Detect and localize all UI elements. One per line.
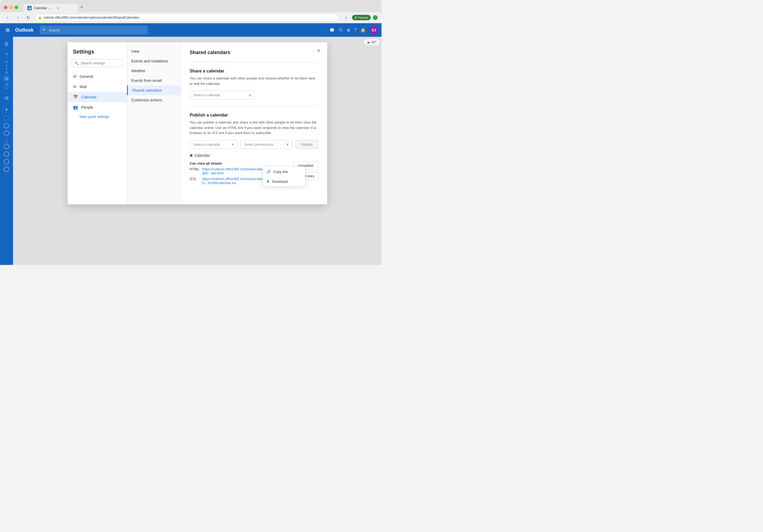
settings-left-nav: Settings 🔍 ⚙ General ✉ Mail xyxy=(67,42,127,204)
sidebar-circle-3 xyxy=(4,144,9,149)
calendar-item-name: Calendar xyxy=(195,153,210,158)
settings-title: Settings xyxy=(67,49,127,59)
header-search-box[interactable]: 🔍 Search xyxy=(40,26,148,34)
mail-icon: ✉ xyxy=(73,84,76,89)
weather-icon: ☁ xyxy=(367,40,370,44)
publish-calendar-desc: You can publish a calendar and share a l… xyxy=(190,120,318,136)
sidebar-collapse-2[interactable]: ∨ xyxy=(2,104,11,114)
html-label: HTML: xyxy=(190,167,201,171)
tab-title: Calendar - ... xyxy=(34,6,53,10)
sidebar-view-toggle[interactable]: ⊟ xyxy=(2,93,11,103)
middle-nav-customize-actions[interactable]: Customize actions xyxy=(127,95,181,105)
sidebar-circle-6 xyxy=(4,166,9,172)
header-search-icon: 🔍 xyxy=(42,28,47,32)
publish-button[interactable]: Publish xyxy=(295,140,318,149)
share-calendar-select[interactable]: Select a calendar ∨ xyxy=(190,91,255,99)
ics-label: ICS: xyxy=(190,177,201,181)
tab-close-button[interactable]: × xyxy=(57,6,59,10)
outlook-sidebar: ☰ ∨ S 1 8 15 22 29 5 ⊟ ∨ ✓ ∨ xyxy=(0,37,13,265)
avatar[interactable]: EJ xyxy=(370,26,378,34)
tab-bar: 📅 Calendar - ... × + xyxy=(24,3,86,12)
minimize-window-button[interactable] xyxy=(9,6,13,9)
calendar-area: ☁ 40° Settings 🔍 ⚙ General xyxy=(13,37,382,265)
context-menu: 🔗 Copy link ⬇ Download xyxy=(262,166,305,186)
general-icon: ⚙ xyxy=(73,74,76,79)
people-icon: 👥 xyxy=(73,105,78,110)
publish-permissions-select[interactable]: Select permissions ∨ xyxy=(241,140,292,149)
browser-titlebar: 📅 Calendar - ... × + xyxy=(0,0,382,12)
today-date: 22 xyxy=(3,75,10,82)
settings-nav-general[interactable]: ⚙ General xyxy=(67,71,127,82)
publish-calendar-select[interactable]: Select a calendar ∨ xyxy=(190,140,238,149)
back-button[interactable]: ‹ xyxy=(4,14,11,21)
settings-search-input[interactable] xyxy=(81,61,120,65)
download-label: Download xyxy=(272,179,288,183)
waffle-menu-button[interactable]: ⊞ xyxy=(3,26,12,34)
browser-tab-active[interactable]: 📅 Calendar - ... × xyxy=(24,4,78,12)
help-icon[interactable]: ? xyxy=(354,28,357,33)
calendar-dot xyxy=(190,154,192,157)
context-menu-copy-link[interactable]: 🔗 Copy link xyxy=(263,167,305,176)
chat-icon[interactable]: 💬 xyxy=(329,28,335,33)
header-icons: 💬 🗨 ⚙ ? 🔔 EJ xyxy=(329,26,378,34)
sidebar-hamburger[interactable]: ☰ xyxy=(2,39,11,49)
sidebar-circle-4 xyxy=(4,152,9,157)
paused-label: Paused xyxy=(358,16,368,19)
settings-close-button[interactable]: × xyxy=(315,47,323,54)
publish-calendar-chevron: ∨ xyxy=(231,143,234,146)
notifications-icon[interactable]: 🔔 xyxy=(361,28,366,33)
new-tab-button[interactable]: + xyxy=(78,3,86,12)
weather-temp: 40° xyxy=(371,40,377,44)
traffic-lights xyxy=(4,6,18,9)
settings-content: × Shared calendars Share a calendar You … xyxy=(181,42,327,204)
settings-search-box[interactable]: 🔍 xyxy=(71,59,123,67)
context-menu-download[interactable]: ⬇ Download xyxy=(263,176,305,186)
close-window-button[interactable] xyxy=(4,6,7,9)
share-calendar-chevron: ∨ xyxy=(249,93,251,97)
middle-nav-weather[interactable]: Weather xyxy=(127,66,181,76)
extension-icon[interactable] xyxy=(373,15,378,20)
settings-nav-people[interactable]: 👥 People xyxy=(67,102,127,112)
divider-top xyxy=(190,62,318,62)
sidebar-collapse[interactable]: ∨ xyxy=(2,49,11,59)
calendar-item: Calendar xyxy=(190,153,318,158)
share-calendar-desc: You can share a calendar with other peop… xyxy=(190,76,318,86)
settings-content-title: Shared calendars xyxy=(190,50,318,55)
address-bar[interactable]: 🔒 outlook.office365.com/calendar/options… xyxy=(35,14,340,21)
settings-nav-mail[interactable]: ✉ Mail xyxy=(67,82,127,92)
maximize-window-button[interactable] xyxy=(15,6,18,9)
browser-action-1[interactable]: ☆ xyxy=(342,14,350,21)
outlook-logo: Outlook xyxy=(15,27,34,33)
middle-nav-shared-calendars[interactable]: Shared calendars xyxy=(127,85,181,95)
reload-button[interactable]: ↻ xyxy=(24,14,32,21)
paused-button[interactable]: E Paused xyxy=(352,15,371,20)
toolbar-actions: ☆ E Paused xyxy=(342,14,378,21)
avatar-e: E xyxy=(355,16,357,19)
modal-overlay: Settings 🔍 ⚙ General ✉ Mail xyxy=(13,37,382,265)
settings-modal: Settings 🔍 ⚙ General ✉ Mail xyxy=(67,42,327,204)
middle-nav-events-email[interactable]: Events from email xyxy=(127,76,181,85)
tab-favicon: 📅 xyxy=(27,6,32,10)
middle-nav-view[interactable]: View xyxy=(127,47,181,56)
copy-link-label: Copy link xyxy=(273,170,288,174)
share-calendar-title: Share a calendar xyxy=(190,69,318,73)
settings-icon[interactable]: ⚙ xyxy=(347,28,350,33)
middle-nav-events-invitations[interactable]: Events and invitations xyxy=(127,56,181,66)
share-calendar-select-text: Select a calendar xyxy=(193,93,220,97)
calendar-icon: 📅 xyxy=(73,95,78,99)
teams-icon[interactable]: 🗨 xyxy=(339,28,343,33)
forward-button[interactable]: › xyxy=(14,14,22,21)
header-search-placeholder: Search xyxy=(49,28,60,32)
outlook-app: ⊞ Outlook 🔍 Search 💬 🗨 ⚙ ? 🔔 EJ ☰ ∨ S 1 … xyxy=(0,23,382,265)
publish-permissions-chevron: ∨ xyxy=(286,143,289,146)
view-quick-settings-link[interactable]: View quick settings xyxy=(67,112,127,121)
weather-badge: ☁ 40° xyxy=(364,39,379,45)
copy-link-icon: 🔗 xyxy=(266,169,271,174)
divider-middle xyxy=(190,106,318,106)
download-icon: ⬇ xyxy=(266,179,270,183)
sidebar-check[interactable]: ✓ xyxy=(4,115,9,121)
browser-toolbar: ‹ › ↻ 🔒 outlook.office365.com/calendar/o… xyxy=(0,12,382,23)
outlook-body: ☰ ∨ S 1 8 15 22 29 5 ⊟ ∨ ✓ ∨ ☁ 4 xyxy=(0,37,382,265)
settings-nav-calendar[interactable]: 📅 Calendar xyxy=(67,92,127,102)
browser-chrome: 📅 Calendar - ... × + ‹ › ↻ 🔒 outlook.off… xyxy=(0,0,382,23)
